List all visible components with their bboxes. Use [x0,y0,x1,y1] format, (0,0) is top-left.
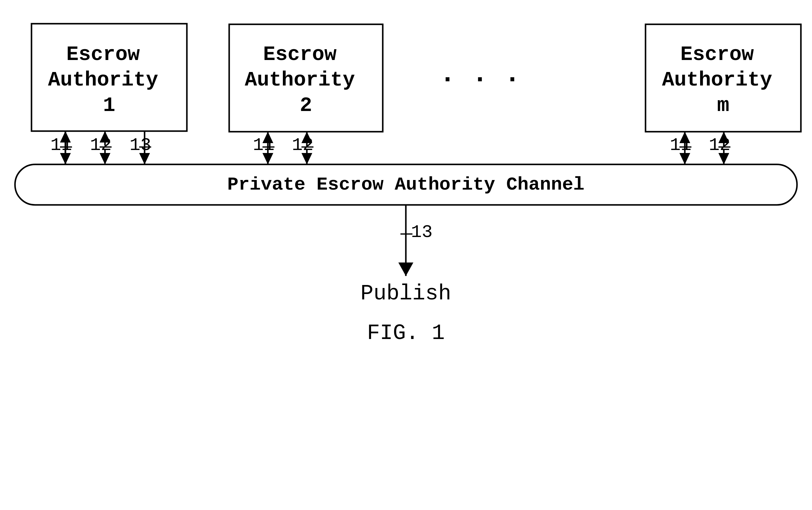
ea2-arrow12-label: 12 [292,135,314,155]
eam-arrow12-label: 12 [709,135,730,155]
svg-marker-29 [398,262,413,276]
publish-text: Publish [360,281,451,306]
ea1-arrow12-label: 12 [90,135,112,155]
channel-label: Private Escrow Authority Channel [227,174,585,195]
ea1-arrow11-label: 11 [50,135,72,155]
diagram-container: Escrow Authority 1 Escrow Authority 2 · … [0,0,812,510]
publish-arrow13-label: 13 [411,222,433,243]
ea2-arrow11-label: 11 [253,135,274,155]
fig-label: FIG. 1 [367,321,444,346]
ellipsis: · · · [439,64,520,95]
ea1-arrow13-label: 13 [129,135,151,155]
eam-arrow11-label: 11 [670,135,691,155]
